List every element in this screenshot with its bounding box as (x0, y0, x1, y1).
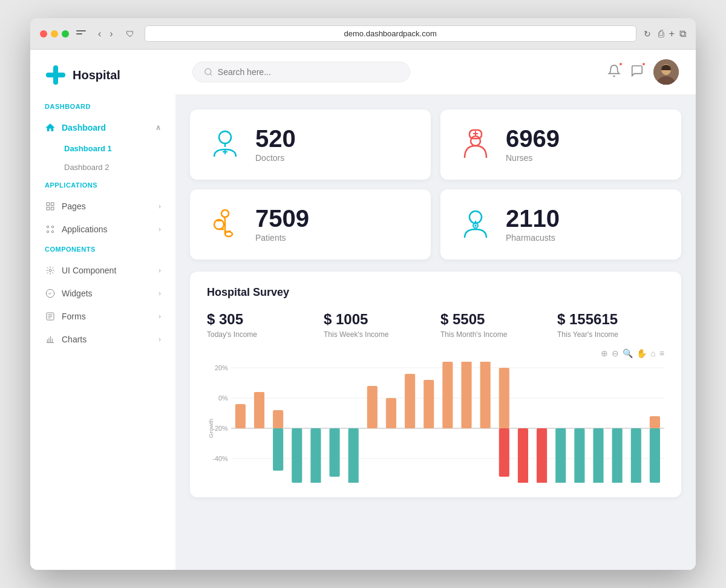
chevron-right-icon4: › (159, 289, 161, 298)
chevron-right-icon6: › (159, 335, 161, 344)
forward-button[interactable]: › (107, 27, 115, 41)
svg-rect-46 (273, 410, 283, 428)
income-year-label: This Year's Income (557, 330, 664, 339)
svg-rect-5 (51, 207, 54, 210)
home-chart-icon[interactable]: ⌂ (650, 348, 655, 358)
main-content: 520 Doctors (175, 50, 696, 570)
section-title-applications: Applications (30, 181, 175, 195)
minimize-button[interactable] (51, 30, 58, 38)
sidebar-item-applications[interactable]: Applications › (30, 218, 175, 241)
svg-rect-65 (593, 428, 603, 483)
income-month-amount: $ 5505 (440, 311, 548, 328)
pharmacusts-icon (457, 206, 494, 243)
income-week-label: This Week's Income (324, 330, 431, 339)
stat-card-doctors: 520 Doctors (190, 109, 431, 180)
doctors-label: Doctors (255, 153, 296, 163)
sidebar-section-dashboard: Dashboard Dashboard ∧ Dashboard 1 Dashbo… (30, 103, 175, 177)
svg-point-6 (47, 226, 48, 227)
sidebar-item-charts[interactable]: Charts › (30, 328, 175, 351)
browser-nav: ‹ › (96, 27, 116, 41)
income-today-amount: $ 305 (207, 311, 314, 328)
svg-text:Growth: Growth (208, 419, 214, 438)
svg-text:-20%: -20% (212, 425, 228, 432)
zoom-out-icon[interactable]: ⊖ (612, 348, 619, 358)
sidebar-item-pages[interactable]: Pages › (30, 195, 175, 218)
svg-rect-59 (499, 368, 509, 428)
svg-rect-57 (461, 362, 471, 428)
chevron-right-icon3: › (159, 266, 161, 275)
svg-point-26 (221, 210, 229, 217)
search-bar[interactable] (192, 62, 410, 82)
svg-rect-3 (51, 203, 54, 206)
chevron-up-icon: ∧ (155, 123, 161, 132)
svg-point-29 (225, 232, 232, 237)
pan-icon[interactable]: ✋ (636, 348, 647, 358)
menu-icon[interactable]: ≡ (659, 348, 664, 358)
svg-rect-55 (424, 380, 434, 428)
svg-rect-1 (46, 73, 65, 77)
nurses-number: 6969 (506, 126, 560, 151)
income-week-amount: $ 1005 (324, 311, 431, 328)
svg-point-9 (51, 230, 53, 232)
zoom-reset-icon[interactable]: 🔍 (623, 348, 633, 358)
windows-icon[interactable]: ⧉ (679, 28, 686, 39)
message-badge (641, 62, 646, 67)
income-stat-week: $ 1005 This Week's Income (324, 311, 431, 339)
ui-component-icon (45, 265, 56, 276)
svg-rect-63 (555, 428, 566, 483)
sidebar-section-components: Components UI Component › (30, 246, 175, 351)
address-bar[interactable]: demo.dashboardpack.com (145, 25, 636, 42)
income-year-amount: $ 155615 (557, 311, 664, 328)
income-today-label: Today's Income (207, 330, 314, 339)
sidebar: Hospital Dashboard Dashboard ∧ Dashboard… (30, 50, 175, 570)
svg-point-8 (47, 230, 48, 232)
section-title-dashboard: Dashboard (30, 103, 175, 116)
svg-rect-69 (650, 428, 660, 483)
sidebar-item-ui-label: UI Component (62, 266, 116, 275)
sidebar-item-pages-label: Pages (62, 201, 86, 211)
svg-rect-51 (348, 428, 359, 483)
svg-point-25 (471, 136, 480, 146)
sidebar-sub-item-dashboard2[interactable]: Dashboard 2 (30, 158, 175, 177)
zoom-in-icon[interactable]: ⊕ (601, 348, 608, 358)
pharmacusts-info: 2110 Pharmacusts (506, 206, 560, 243)
dashboard-body: 520 Doctors (175, 95, 696, 570)
header-actions (607, 59, 679, 85)
sidebar-toggle-icon[interactable] (76, 30, 86, 38)
svg-rect-2 (47, 203, 50, 206)
home-icon (45, 122, 56, 133)
svg-point-7 (51, 226, 53, 227)
svg-rect-4 (47, 207, 50, 210)
traffic-lights (40, 30, 69, 38)
patients-info: 7509 Patients (255, 206, 309, 243)
close-button[interactable] (40, 30, 47, 38)
sidebar-item-forms[interactable]: Forms › (30, 305, 175, 328)
svg-rect-52 (367, 386, 378, 428)
sidebar-item-ui-component[interactable]: UI Component › (30, 259, 175, 282)
sidebar-item-widgets[interactable]: Widgets › (30, 282, 175, 305)
messages-button[interactable] (630, 64, 644, 80)
logo-area: Hospital (30, 64, 175, 103)
svg-point-18 (219, 131, 231, 143)
widgets-icon (45, 288, 56, 299)
sidebar-sub-item-dashboard1[interactable]: Dashboard 1 (30, 139, 175, 158)
back-button[interactable]: ‹ (96, 27, 103, 41)
notifications-button[interactable] (607, 64, 621, 80)
svg-rect-44 (235, 404, 246, 428)
shield-icon: 🛡 (123, 29, 137, 39)
svg-text:0%: 0% (218, 394, 228, 402)
share-icon[interactable]: ⎙ (658, 28, 664, 39)
logo-text: Hospital (73, 68, 120, 82)
app-container: Hospital Dashboard Dashboard ∧ Dashboard… (30, 50, 696, 570)
new-tab-icon[interactable]: + (669, 28, 675, 39)
top-header (175, 50, 696, 95)
avatar[interactable] (653, 59, 679, 85)
svg-point-10 (49, 269, 51, 272)
patients-label: Patients (255, 233, 309, 243)
svg-rect-66 (612, 428, 623, 483)
refresh-icon[interactable]: ↻ (644, 29, 651, 39)
maximize-button[interactable] (62, 30, 69, 38)
sidebar-item-dashboard[interactable]: Dashboard ∧ (30, 116, 175, 139)
pages-icon (45, 201, 56, 212)
search-input[interactable] (218, 67, 399, 77)
